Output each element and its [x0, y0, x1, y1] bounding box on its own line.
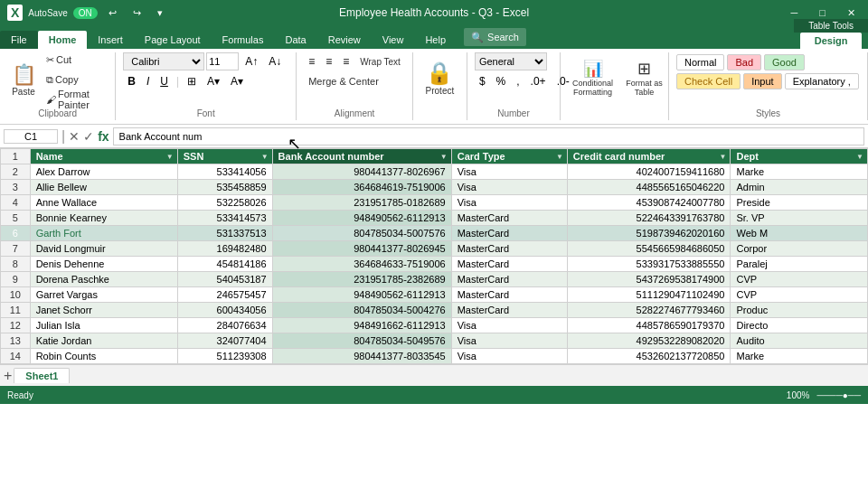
- table-row[interactable]: 3Allie Bellew535458859364684619-7519006V…: [1, 180, 868, 195]
- cell-credit[interactable]: 5111290471102490: [567, 287, 731, 303]
- cell-ssn[interactable]: 246575457: [177, 287, 272, 303]
- cell-credit[interactable]: 4024007159411680: [567, 164, 731, 180]
- table-row[interactable]: 5Bonnie Kearney533414573948490562-611291…: [1, 211, 868, 226]
- table-row[interactable]: 14Robin Counts511239308980441377-8033545…: [1, 349, 868, 364]
- format-as-table-button[interactable]: ⊞ Format as Table: [619, 52, 669, 103]
- cell-bank[interactable]: 980441377-8026945: [272, 241, 451, 257]
- cell-card-type[interactable]: MasterCard: [451, 287, 567, 303]
- cell-credit[interactable]: 5339317533885550: [567, 257, 731, 272]
- formula-input[interactable]: [113, 127, 864, 145]
- cell-card-type[interactable]: Visa: [451, 180, 567, 195]
- filter-arrow-dept[interactable]: ▼: [856, 153, 863, 161]
- table-row[interactable]: 2Alex Darrow533414056980441377-8026967Vi…: [1, 164, 868, 180]
- style-normal-button[interactable]: Normal: [676, 54, 724, 70]
- tab-view[interactable]: View: [372, 31, 415, 49]
- cell-dept[interactable]: Sr. VP: [731, 211, 868, 226]
- style-check-button[interactable]: Check Cell: [676, 73, 741, 89]
- comma-button[interactable]: ,: [512, 72, 524, 90]
- table-row[interactable]: 9Dorena Paschke540453187231951785-238268…: [1, 272, 868, 287]
- search-box[interactable]: 🔍 Search: [464, 28, 526, 46]
- cell-credit[interactable]: 5282274677793460: [567, 303, 731, 318]
- cell-ssn[interactable]: 511239308: [177, 349, 272, 364]
- cell-bank[interactable]: 948490562-6112913: [272, 211, 451, 226]
- cell-ssn[interactable]: 169482480: [177, 241, 272, 257]
- minimize-button[interactable]: ─: [786, 5, 804, 21]
- table-row[interactable]: 6Garth Fort531337513804785034-5007576Mas…: [1, 226, 868, 241]
- cell-credit[interactable]: 4532602137720850: [567, 349, 731, 364]
- cell-bank[interactable]: 804785034-5049576: [272, 333, 451, 349]
- filter-arrow-bank[interactable]: ▼: [440, 153, 448, 161]
- cell-card-type[interactable]: Visa: [451, 164, 567, 180]
- table-row[interactable]: 12Julian Isla284076634948491662-6112913V…: [1, 318, 868, 333]
- font-color-button[interactable]: A▾: [226, 72, 248, 90]
- col-header-card[interactable]: Card Type ▼: [451, 149, 567, 164]
- cell-card-type[interactable]: MasterCard: [451, 257, 567, 272]
- cell-bank[interactable]: 364684619-7519006: [272, 180, 451, 195]
- add-sheet-button[interactable]: +: [4, 368, 12, 384]
- cell-ssn[interactable]: 533414056: [177, 164, 272, 180]
- cell-bank[interactable]: 231951785-2382689: [272, 272, 451, 287]
- cell-dept[interactable]: Directo: [731, 318, 868, 333]
- cut-button[interactable]: ✂ Cut: [42, 51, 108, 69]
- cell-name[interactable]: Anne Wallace: [30, 195, 177, 211]
- copy-button[interactable]: ⧉ Copy: [42, 70, 108, 89]
- align-left-button[interactable]: ≡: [304, 52, 319, 70]
- customize-qat-button[interactable]: ▾: [152, 5, 168, 21]
- sheet-tab-sheet1[interactable]: Sheet1: [14, 368, 70, 383]
- cell-credit[interactable]: 4485565165046220: [567, 180, 731, 195]
- cell-card-type[interactable]: MasterCard: [451, 211, 567, 226]
- filter-arrow-card[interactable]: ▼: [556, 153, 563, 161]
- redo-button[interactable]: ↪: [127, 5, 146, 21]
- cell-name[interactable]: Robin Counts: [30, 349, 177, 364]
- zoom-slider[interactable]: ────●──: [816, 390, 861, 400]
- align-center-button[interactable]: ≡: [321, 52, 336, 70]
- table-row[interactable]: 8Denis Dehenne454814186364684633-7519006…: [1, 257, 868, 272]
- conditional-formatting-button[interactable]: 📊 Conditional Formatting: [568, 52, 618, 103]
- tab-formulas[interactable]: Formulas: [212, 31, 275, 49]
- cell-bank[interactable]: 948490562-6112913: [272, 287, 451, 303]
- cell-bank[interactable]: 804785034-5007576: [272, 226, 451, 241]
- cell-credit[interactable]: 4485786590179370: [567, 318, 731, 333]
- style-bad-button[interactable]: Bad: [727, 54, 761, 70]
- insert-function-icon[interactable]: fx: [98, 129, 108, 144]
- fill-color-button[interactable]: A▾: [203, 72, 224, 90]
- cell-credit[interactable]: 5224643391763780: [567, 211, 731, 226]
- table-row[interactable]: 13Katie Jordan324077404804785034-5049576…: [1, 333, 868, 349]
- tab-data[interactable]: Data: [274, 31, 316, 49]
- cell-name[interactable]: David Longmuir: [30, 241, 177, 257]
- table-row[interactable]: 7David Longmuir169482480980441377-802694…: [1, 241, 868, 257]
- cell-ssn[interactable]: 600434056: [177, 303, 272, 318]
- col-header-dept[interactable]: Dept ▼: [731, 149, 868, 164]
- cell-name[interactable]: Garth Fort: [30, 226, 177, 241]
- col-header-ssn[interactable]: SSN ▼: [177, 149, 272, 164]
- cell-ssn[interactable]: 531337513: [177, 226, 272, 241]
- cell-bank[interactable]: 980441377-8033545: [272, 349, 451, 364]
- cell-credit[interactable]: 5437269538174900: [567, 272, 731, 287]
- cell-credit[interactable]: 4929532289082020: [567, 333, 731, 349]
- cell-dept[interactable]: Produc: [731, 303, 868, 318]
- autosave-toggle[interactable]: ON: [73, 7, 98, 19]
- cell-credit[interactable]: 5198739462020160: [567, 226, 731, 241]
- col-header-credit[interactable]: Credit card number ▼: [567, 149, 731, 164]
- cell-reference-box[interactable]: [4, 129, 58, 144]
- table-row[interactable]: 11Janet Schorr600434056804785034-5004276…: [1, 303, 868, 318]
- col-header-name[interactable]: Name ▼: [30, 149, 177, 164]
- cell-name[interactable]: Janet Schorr: [30, 303, 177, 318]
- cell-dept[interactable]: Audito: [731, 333, 868, 349]
- cell-credit[interactable]: 5545665984686050: [567, 241, 731, 257]
- cell-dept[interactable]: CVP: [731, 272, 868, 287]
- italic-button[interactable]: I: [142, 72, 154, 90]
- cell-name[interactable]: Allie Bellew: [30, 180, 177, 195]
- confirm-formula-icon[interactable]: ✓: [83, 129, 94, 144]
- cell-dept[interactable]: Marke: [731, 164, 868, 180]
- tab-review[interactable]: Review: [317, 31, 372, 49]
- undo-button[interactable]: ↩: [103, 5, 122, 21]
- cell-name[interactable]: Alex Darrow: [30, 164, 177, 180]
- decimal-inc-button[interactable]: .0+: [526, 72, 551, 90]
- cell-dept[interactable]: Marke: [731, 349, 868, 364]
- border-button[interactable]: ⊞: [183, 72, 201, 90]
- cell-ssn[interactable]: 324077404: [177, 333, 272, 349]
- table-row[interactable]: 4Anne Wallace532258026231951785-0182689V…: [1, 195, 868, 211]
- protect-button[interactable]: 🔒 Protect: [421, 52, 459, 103]
- merge-center-button[interactable]: Merge & Center: [304, 72, 383, 90]
